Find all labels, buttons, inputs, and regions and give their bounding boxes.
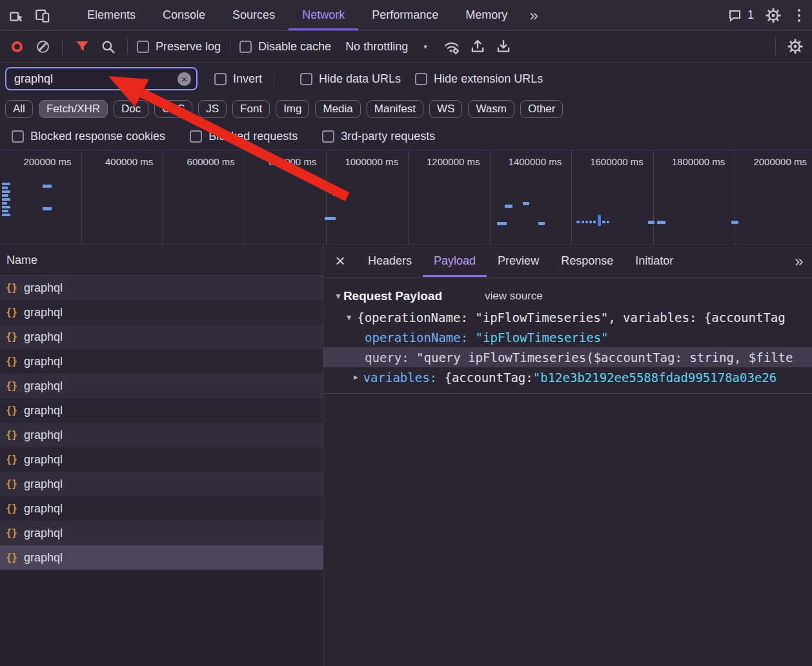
view-source-link[interactable]: view source: [485, 290, 543, 303]
filter-input[interactable]: [13, 72, 178, 86]
detail-tab-response[interactable]: Response: [550, 245, 624, 277]
request-payload-section[interactable]: ▼ Request Payload view source: [323, 285, 812, 307]
waterfall-mark: [2, 206, 10, 208]
throttling-select[interactable]: No throttling ▾: [334, 40, 439, 54]
close-detail-icon[interactable]: ×: [323, 245, 357, 277]
throttling-value: No throttling: [345, 40, 408, 54]
chip-font[interactable]: Font: [232, 100, 270, 118]
json-request-icon: {}: [6, 478, 17, 490]
timeline-tick: 200000 ms: [0, 150, 82, 245]
more-detail-tabs-icon[interactable]: »: [786, 245, 812, 277]
json-request-icon: {}: [6, 331, 17, 343]
import-har-icon[interactable]: [465, 31, 491, 62]
tab-elements[interactable]: Elements: [74, 0, 149, 30]
filter-row: × Invert Hide data URLs Hide extension U…: [0, 63, 812, 95]
chip-fetch-xhr[interactable]: Fetch/XHR: [39, 100, 108, 118]
chip-doc[interactable]: Doc: [114, 100, 148, 118]
payload-variables-row[interactable]: ▶ variables: {accountTag: "b12e3b2192ee5…: [323, 367, 812, 387]
payload-root-row[interactable]: ▼ {operationName: "ipFlowTimeseries", va…: [323, 307, 812, 327]
tab-performance[interactable]: Performance: [358, 0, 452, 30]
waterfall-mark: [2, 183, 10, 185]
network-split-view: Name {}graphql{}graphql{}graphql{}graphq…: [0, 245, 812, 666]
waterfall-mark: [2, 202, 7, 205]
issues-button[interactable]: 1: [721, 0, 760, 30]
payload-query-row[interactable]: query: "query ipFlowTimeseries($accountT…: [323, 347, 812, 367]
menu-kebab-icon[interactable]: [786, 0, 812, 30]
tabbar-spacer: [547, 0, 721, 30]
detail-tab-payload[interactable]: Payload: [423, 245, 487, 277]
network-conditions-icon[interactable]: [439, 31, 465, 62]
tab-memory[interactable]: Memory: [452, 0, 521, 30]
disable-cache-checkbox[interactable]: Disable cache: [237, 40, 334, 54]
tab-sources[interactable]: Sources: [219, 0, 289, 30]
clear-filter-icon[interactable]: ×: [178, 72, 191, 86]
request-type-chips: AllFetch/XHRDocCSSJSFontImgMediaManifest…: [0, 95, 812, 123]
timeline-tick: 400000 ms: [82, 150, 164, 245]
record-network-log-button[interactable]: [4, 31, 30, 62]
request-name: graphql: [24, 379, 63, 393]
3rd-party-requests-label: 3rd-party requests: [341, 130, 435, 143]
chip-img[interactable]: Img: [276, 100, 309, 118]
request-row[interactable]: {}graphql: [0, 398, 323, 423]
detail-tab-initiator[interactable]: Initiator: [624, 245, 684, 277]
checkbox-box: [190, 130, 202, 143]
device-toolbar-icon[interactable]: [30, 0, 56, 30]
tab-network[interactable]: Network: [289, 0, 358, 30]
preserve-log-checkbox[interactable]: Preserve log: [134, 40, 223, 54]
tab-console[interactable]: Console: [149, 0, 219, 30]
network-settings-gear-icon[interactable]: [782, 31, 808, 62]
request-name: graphql: [24, 429, 63, 442]
waterfall-mark: [2, 210, 8, 212]
settings-gear-icon[interactable]: [760, 0, 786, 30]
clear-network-log-button[interactable]: [30, 31, 56, 62]
toolbar-separator: [127, 38, 128, 55]
payload-operationname-row[interactable]: operationName: "ipFlowTimeseries": [323, 327, 812, 347]
request-row[interactable]: {}graphql: [0, 423, 323, 447]
request-row[interactable]: {}graphql: [0, 472, 323, 496]
chip-ws[interactable]: WS: [429, 100, 462, 118]
network-toolbar: Preserve log Disable cache No throttling…: [0, 31, 812, 63]
search-icon[interactable]: [95, 31, 121, 62]
detail-tab-preview[interactable]: Preview: [487, 245, 550, 277]
detail-tab-spacer: [684, 245, 786, 277]
chip-manifest[interactable]: Manifest: [367, 100, 423, 118]
chip-media[interactable]: Media: [315, 100, 360, 118]
3rd-party-requests-checkbox[interactable]: 3rd-party requests: [320, 130, 438, 143]
hide-data-urls-checkbox[interactable]: Hide data URLs: [298, 72, 403, 86]
clear-icon: [37, 41, 49, 53]
waterfall-mark: [607, 221, 609, 223]
request-name: graphql: [24, 478, 63, 491]
filter-funnel-icon[interactable]: [69, 31, 95, 62]
invert-checkbox[interactable]: Invert: [212, 72, 265, 86]
inspect-element-icon[interactable]: [4, 0, 30, 30]
blocked-requests-checkbox[interactable]: Blocked requests: [187, 130, 300, 143]
chip-css[interactable]: CSS: [154, 100, 192, 118]
request-row[interactable]: {}graphql: [0, 349, 323, 374]
chip-js[interactable]: JS: [198, 100, 227, 118]
name-column-header[interactable]: Name: [0, 245, 323, 276]
request-row[interactable]: {}graphql: [0, 521, 323, 545]
more-panels-icon[interactable]: »: [521, 0, 547, 30]
export-har-icon[interactable]: [491, 31, 516, 62]
request-row[interactable]: {}graphql: [0, 276, 323, 300]
hide-extension-urls-checkbox[interactable]: Hide extension URLs: [412, 72, 545, 86]
json-request-icon: {}: [6, 527, 17, 539]
blocked-response-cookies-checkbox[interactable]: Blocked response cookies: [9, 130, 168, 143]
chip-all[interactable]: All: [5, 100, 33, 118]
timeline-tick: 1400000 ms: [491, 150, 573, 245]
detail-tab-headers[interactable]: Headers: [357, 245, 423, 277]
request-row[interactable]: {}graphql: [0, 300, 323, 325]
timeline-overview[interactable]: 200000 ms400000 ms600000 ms800000 ms1000…: [0, 150, 812, 245]
request-row[interactable]: {}graphql: [0, 496, 323, 521]
chevron-down-icon: ▾: [423, 43, 427, 51]
request-row[interactable]: {}graphql: [0, 447, 323, 472]
checkbox-box: [214, 73, 227, 85]
chip-wasm[interactable]: Wasm: [468, 100, 514, 118]
request-row[interactable]: {}graphql: [0, 325, 323, 349]
request-row[interactable]: {}graphql: [0, 545, 323, 570]
waterfall-mark: [2, 190, 10, 193]
chip-other[interactable]: Other: [520, 100, 563, 118]
request-row[interactable]: {}graphql: [0, 374, 323, 398]
payload-value-prefix: {accountTag:: [444, 370, 533, 385]
blocked-response-cookies-label: Blocked response cookies: [30, 130, 165, 143]
